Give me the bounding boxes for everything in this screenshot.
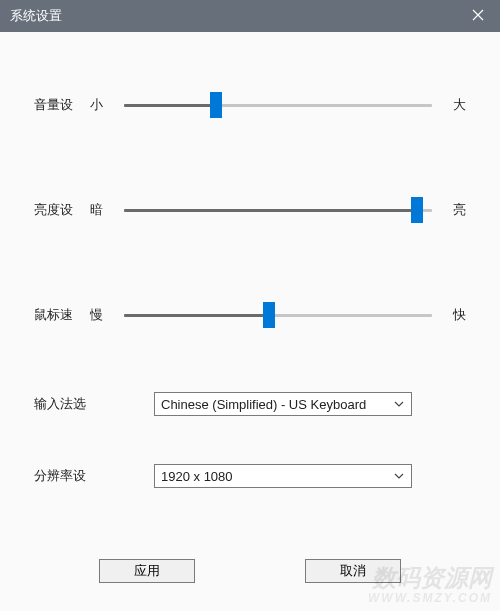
mouse-max-label: 快 [438,306,466,324]
mouse-track [124,314,432,317]
volume-slider[interactable] [124,90,432,120]
resolution-select[interactable]: 1920 x 1080 [154,464,412,488]
volume-label: 音量设 [34,96,90,114]
brightness-track [124,209,432,212]
brightness-min-label: 暗 [90,201,118,219]
resolution-value: 1920 x 1080 [161,469,233,484]
volume-row: 音量设 小 大 [0,90,500,120]
chevron-down-icon [391,393,407,415]
mouse-min-label: 慢 [90,306,118,324]
button-bar: 应用 取消 [0,559,500,583]
mouse-thumb[interactable] [263,302,275,328]
brightness-label: 亮度设 [34,201,90,219]
brightness-max-label: 亮 [438,201,466,219]
resolution-label: 分辨率设 [34,467,154,485]
close-icon [472,9,484,24]
apply-button[interactable]: 应用 [99,559,195,583]
volume-thumb[interactable] [210,92,222,118]
client-area: 音量设 小 大 亮度设 暗 亮 鼠标速 慢 快 输入法选 Chinese (Si… [0,32,500,611]
volume-min-label: 小 [90,96,118,114]
ime-select[interactable]: Chinese (Simplified) - US Keyboard [154,392,412,416]
window-title: 系统设置 [10,7,62,25]
mouse-label: 鼠标速 [34,306,90,324]
cancel-button[interactable]: 取消 [305,559,401,583]
volume-track [124,104,432,107]
resolution-row: 分辨率设 1920 x 1080 [0,464,500,488]
brightness-row: 亮度设 暗 亮 [0,195,500,225]
brightness-slider[interactable] [124,195,432,225]
apply-button-label: 应用 [134,562,160,580]
brightness-thumb[interactable] [411,197,423,223]
close-button[interactable] [455,0,500,32]
titlebar: 系统设置 [0,0,500,32]
ime-value: Chinese (Simplified) - US Keyboard [161,397,366,412]
mouse-slider[interactable] [124,300,432,330]
volume-max-label: 大 [438,96,466,114]
ime-label: 输入法选 [34,395,154,413]
mouse-row: 鼠标速 慢 快 [0,300,500,330]
chevron-down-icon [391,465,407,487]
ime-row: 输入法选 Chinese (Simplified) - US Keyboard [0,392,500,416]
cancel-button-label: 取消 [340,562,366,580]
